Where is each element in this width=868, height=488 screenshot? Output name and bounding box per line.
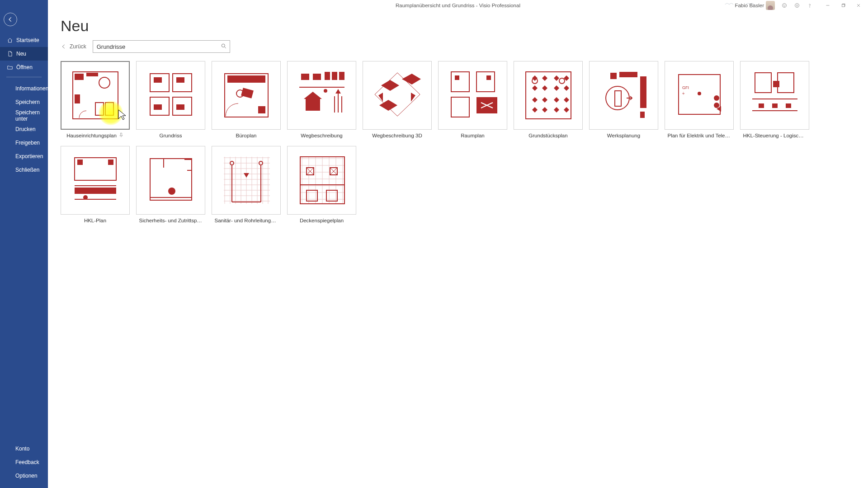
sidebar-item-account[interactable]: Konto: [0, 442, 48, 455]
svg-rect-60: [773, 81, 779, 87]
template-label: Grundriss: [160, 133, 182, 138]
template-thumbnail: GFI ⏚: [665, 61, 734, 130]
search-icon[interactable]: [221, 43, 227, 51]
template-label: Sanitär- und Rohrleitungsp...: [215, 218, 278, 223]
template-deckenspiegel[interactable]: Deckenspiegelplan: [287, 146, 356, 225]
svg-point-12: [99, 77, 110, 88]
face-neutral-icon[interactable]: [791, 0, 803, 10]
svg-rect-20: [154, 77, 162, 83]
template-label-row: HKL-Steuerung - Logische...: [740, 131, 809, 140]
template-werksplanung[interactable]: Werksplanung: [589, 61, 658, 140]
template-thumbnail: [589, 61, 658, 130]
template-raumplan[interactable]: Raumplan: [438, 61, 507, 140]
template-hkl-log[interactable]: HKL-Steuerung - Logische...: [740, 61, 809, 140]
svg-point-1: [783, 5, 784, 5]
svg-point-74: [168, 188, 175, 195]
back-button[interactable]: [4, 13, 17, 26]
svg-rect-31: [325, 72, 330, 80]
pin-icon[interactable]: [118, 132, 124, 139]
template-sicherheit[interactable]: Sicherheits- und Zutrittsplan: [136, 146, 205, 225]
sidebar-item-home[interactable]: Startseite: [0, 33, 48, 47]
svg-rect-67: [77, 160, 83, 165]
svg-rect-70: [75, 188, 116, 194]
template-label: Plan für Elektrik und Teleko...: [668, 133, 731, 138]
template-grundriss[interactable]: Grundriss: [136, 61, 205, 140]
svg-point-2: [785, 5, 785, 5]
svg-rect-68: [108, 160, 113, 165]
svg-point-54: [714, 95, 719, 101]
template-thumbnail: [136, 146, 205, 215]
face-smile-icon[interactable]: [778, 0, 790, 10]
template-label-row: Deckenspiegelplan: [287, 216, 356, 225]
sidebar-item-info[interactable]: Informationen: [0, 82, 48, 95]
home-icon: [6, 37, 14, 43]
sidebar-item-label: Schließen: [15, 167, 39, 173]
sidebar-item-saveas[interactable]: Speichern unter: [0, 109, 48, 122]
sidebar-item-print[interactable]: Drucken: [0, 122, 48, 136]
template-wegbeschreibung3d[interactable]: Wegbeschreibung 3D: [363, 61, 432, 140]
template-thumbnail: [287, 146, 356, 215]
sidebar-item-close[interactable]: Schließen: [0, 163, 48, 177]
sidebar-item-label: Speichern unter: [15, 109, 48, 122]
svg-rect-47: [619, 72, 637, 77]
svg-rect-58: [755, 73, 771, 93]
svg-point-53: [698, 92, 701, 95]
svg-rect-28: [258, 106, 265, 113]
sidebar-item-new[interactable]: Neu: [0, 47, 48, 61]
arrow-left-icon: [7, 16, 14, 23]
template-label-row: Wegbeschreibung: [287, 131, 356, 140]
template-label: Raumplan: [461, 133, 484, 138]
back-label: Zurück: [70, 43, 86, 50]
svg-rect-13: [75, 94, 80, 103]
svg-rect-42: [486, 75, 491, 80]
svg-rect-11: [86, 73, 98, 76]
sidebar-item-label: Exportieren: [15, 153, 43, 160]
backstage-sidebar: StartseiteNeuÖffnen InformationenSpeiche…: [0, 0, 48, 488]
sidebar-item-label: Öffnen: [16, 64, 33, 70]
template-search-box[interactable]: [93, 40, 230, 53]
svg-rect-15: [105, 103, 113, 115]
close-button[interactable]: [851, 0, 866, 10]
svg-rect-32: [332, 72, 337, 80]
template-hauseinrichtungsplan[interactable]: Hauseinrichtungsplan: [61, 61, 130, 140]
restore-button[interactable]: [835, 0, 851, 10]
sidebar-item-options[interactable]: Optionen: [0, 469, 48, 483]
sidebar-item-open[interactable]: Öffnen: [0, 61, 48, 74]
template-label: Sicherheits- und Zutrittsplan: [139, 218, 203, 223]
template-label-row: Sicherheits- und Zutrittsplan: [136, 216, 205, 225]
sidebar-item-share[interactable]: Freigeben: [0, 136, 48, 150]
svg-rect-14: [95, 103, 104, 115]
user-name[interactable]: Fabio Basler: [735, 3, 764, 8]
template-label-row: Grundstücksplan: [514, 131, 583, 140]
svg-point-6: [810, 7, 810, 7]
svg-rect-21: [176, 77, 184, 83]
template-label-row: Wegbeschreibung 3D: [363, 131, 432, 140]
sidebar-item-save[interactable]: Speichern: [0, 95, 48, 109]
avatar[interactable]: [766, 1, 775, 10]
svg-rect-59: [778, 73, 794, 93]
help-icon[interactable]: [804, 0, 816, 10]
template-bueroplan[interactable]: Büroplan: [212, 61, 281, 140]
sidebar-item-label: Feedback: [15, 459, 39, 465]
back-to-categories[interactable]: Zurück: [61, 43, 86, 50]
template-hkl-plan[interactable]: HKL-Plan: [61, 146, 130, 225]
svg-rect-46: [610, 73, 617, 79]
sidebar-item-label: Drucken: [15, 126, 36, 132]
template-elektrik[interactable]: GFI ⏚ Plan für Elektrik und Teleko...: [665, 61, 734, 140]
sidebar-item-export[interactable]: Exportieren: [0, 150, 48, 163]
svg-rect-48: [640, 76, 646, 108]
search-input[interactable]: [97, 43, 221, 50]
minimize-button[interactable]: [820, 0, 835, 10]
svg-rect-29: [301, 74, 309, 80]
template-thumbnail: [212, 146, 281, 215]
template-wegbeschreibung[interactable]: Wegbeschreibung: [287, 61, 356, 140]
svg-rect-10: [75, 74, 84, 80]
svg-text:GFI: GFI: [682, 85, 689, 90]
sidebar-item-feedback[interactable]: Feedback: [0, 455, 48, 469]
svg-rect-65: [786, 103, 791, 108]
sidebar-item-label: Neu: [16, 51, 26, 57]
template-label: Deckenspiegelplan: [300, 218, 344, 223]
template-label: HKL-Steuerung - Logische...: [743, 133, 807, 138]
template-grundstuecksplan[interactable]: Grundstücksplan: [514, 61, 583, 140]
template-sanitaer[interactable]: Sanitär- und Rohrleitungsp...: [212, 146, 281, 225]
